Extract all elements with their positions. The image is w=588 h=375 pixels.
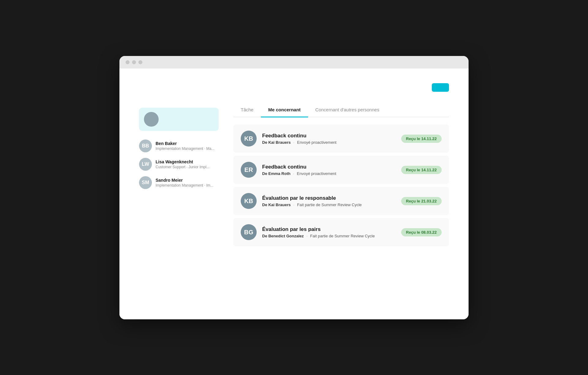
collaborator-name: Lisa Wagenknecht xyxy=(156,159,209,164)
collaborator-role: Implementation Management · Im... xyxy=(156,183,213,188)
browser-chrome xyxy=(119,56,469,69)
main-area: Tâche Me concernant Concernant d'autres … xyxy=(233,104,449,247)
feedback-detail: Fait partie de Summer Review Cycle xyxy=(310,234,375,238)
feedback-meta: De Benedict Gonzalez · Fait partie de Su… xyxy=(262,234,396,238)
collaborator-avatar: SM xyxy=(139,176,152,189)
selected-user-card[interactable] xyxy=(139,108,219,131)
collaborator-item[interactable]: SM Sandro Meier Implementation Managemen… xyxy=(139,176,219,189)
feedback-meta: De Kai Brauers · Fait partie de Summer R… xyxy=(262,202,396,207)
feedback-separator: · xyxy=(293,171,294,176)
collaborator-avatar: LW xyxy=(139,158,152,171)
tab-tache[interactable]: Tâche xyxy=(233,104,261,117)
feedback-badge: Reçu le 14.11.22 xyxy=(401,166,442,174)
feedback-type: Évaluation par le responsable xyxy=(262,195,396,201)
tabs-bar: Tâche Me concernant Concernant d'autres … xyxy=(233,104,449,117)
feedback-avatar: ER xyxy=(241,162,257,178)
feedback-sender: De Kai Brauers xyxy=(262,202,291,207)
window-dot-yellow xyxy=(132,60,136,64)
main-layout: BB Ben Baker Implementation Management ·… xyxy=(139,104,449,247)
feedback-type: Évaluation par les pairs xyxy=(262,226,396,232)
window-dot-red xyxy=(126,60,130,64)
feedback-card[interactable]: KB Feedback continu De Kai Brauers · Env… xyxy=(233,124,449,153)
feedback-type: Feedback continu xyxy=(262,164,396,170)
give-feedback-button[interactable] xyxy=(432,83,449,92)
sidebar: BB Ben Baker Implementation Management ·… xyxy=(139,104,219,247)
feedback-badge: Reçu le 14.11.22 xyxy=(401,135,442,143)
feedback-badge: Reçu le 21.03.22 xyxy=(401,197,442,205)
feedback-card[interactable]: BG Évaluation par les pairs De Benedict … xyxy=(233,218,449,246)
selected-user-avatar xyxy=(144,112,159,127)
feedback-separator: · xyxy=(306,234,307,238)
collaborators-list: BB Ben Baker Implementation Management ·… xyxy=(139,139,219,189)
collaborator-name: Sandro Meier xyxy=(156,178,213,183)
feedback-sender: De Kai Brauers xyxy=(262,140,291,145)
browser-window: BB Ben Baker Implementation Management ·… xyxy=(119,56,469,319)
feedback-separator: · xyxy=(293,202,295,207)
collaborator-item[interactable]: LW Lisa Wagenknecht Customer Support · J… xyxy=(139,158,219,171)
feedback-badge: Reçu le 08.03.22 xyxy=(401,228,442,236)
collaborator-name: Ben Baker xyxy=(156,141,214,146)
feedback-info: Feedback continu De Emma Roth · Envoyé p… xyxy=(262,164,396,176)
collaborator-item[interactable]: BB Ben Baker Implementation Management ·… xyxy=(139,139,219,152)
feedback-card[interactable]: ER Feedback continu De Emma Roth · Envoy… xyxy=(233,156,449,184)
feedback-avatar: BG xyxy=(241,224,257,240)
feedback-avatar: KB xyxy=(241,131,257,147)
feedback-detail: Envoyé proactivement xyxy=(297,171,336,176)
feedback-info: Feedback continu De Kai Brauers · Envoyé… xyxy=(262,133,396,145)
collaborator-role: Implementation Management · Ma... xyxy=(156,147,214,151)
feedback-separator: · xyxy=(293,140,295,145)
tab-others[interactable]: Concernant d'autres personnes xyxy=(308,104,387,117)
feedback-meta: De Emma Roth · Envoyé proactivement xyxy=(262,171,396,176)
feedback-list: KB Feedback continu De Kai Brauers · Env… xyxy=(233,124,449,246)
feedback-info: Évaluation par les pairs De Benedict Gon… xyxy=(262,226,396,238)
feedback-type: Feedback continu xyxy=(262,133,396,139)
collaborator-role: Customer Support · Junior Impl... xyxy=(156,165,209,169)
feedback-sender: De Benedict Gonzalez xyxy=(262,234,304,238)
feedback-detail: Envoyé proactivement xyxy=(297,140,337,145)
tab-me-concernant[interactable]: Me concernant xyxy=(261,104,308,117)
feedback-avatar: KB xyxy=(241,193,257,209)
window-dot-green xyxy=(138,60,142,64)
collaborator-avatar: BB xyxy=(139,139,152,152)
feedback-sender: De Emma Roth xyxy=(262,171,290,176)
page-content: BB Ben Baker Implementation Management ·… xyxy=(119,69,469,319)
feedback-meta: De Kai Brauers · Envoyé proactivement xyxy=(262,140,396,145)
feedback-card[interactable]: KB Évaluation par le responsable De Kai … xyxy=(233,187,449,215)
page-header xyxy=(139,83,449,92)
feedback-detail: Fait partie de Summer Review Cycle xyxy=(297,202,362,207)
feedback-info: Évaluation par le responsable De Kai Bra… xyxy=(262,195,396,207)
